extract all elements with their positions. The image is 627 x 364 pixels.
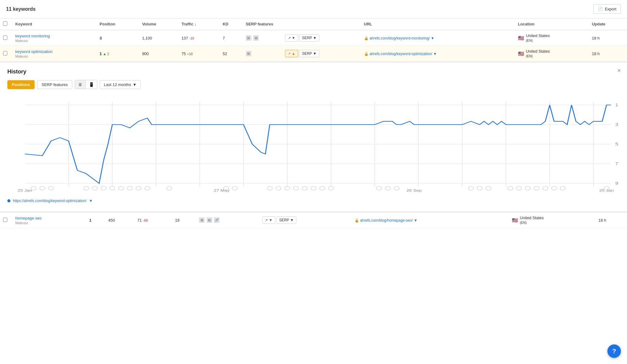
table-row-active: keyword optimization Mateusz 1 ▲ 2 900 7… (0, 46, 627, 62)
svg-point-31 (92, 186, 97, 190)
svg-point-40 (232, 186, 237, 190)
keyword-link-2[interactable]: keyword optimization (15, 49, 52, 54)
url-cell: 🔒 ahrefs.com/blog/keyword-monitoring/ ▼ (361, 30, 515, 46)
svg-point-35 (127, 186, 132, 190)
desktop-btn[interactable]: 🖥 (75, 80, 85, 89)
svg-point-59 (543, 186, 548, 190)
col-volume: Volume (139, 18, 178, 30)
dropdown-icon: ▼ (133, 82, 137, 87)
graph-btn-cell-bottom: ↗ ▼ SERP ▼ (259, 212, 351, 228)
url-cell-bottom: 🔒 ahrefs.com/blog/homepage-seo/ ▼ (351, 212, 509, 228)
svg-point-33 (110, 186, 115, 190)
url-link[interactable]: ahrefs.com/blog/keyword-monitoring/ (370, 36, 430, 40)
svg-point-46 (311, 186, 316, 190)
svg-point-43 (285, 186, 290, 190)
svg-text:1: 1 (615, 103, 618, 107)
date-range-button[interactable]: Last 12 months ▼ (100, 80, 141, 89)
graph-button-active[interactable]: ↗ ▲ (285, 50, 298, 57)
svg-point-51 (394, 186, 399, 190)
serp-icon-bottom-1: ▤ (199, 217, 205, 223)
traffic-value: 137 (182, 36, 188, 40)
serp-icon-bottom-3: 🔗 (214, 217, 220, 223)
serp-icon-bottom-2: ▤ (207, 217, 212, 223)
history-controls: Positions SERP features 🖥 📱 Last 12 mont… (7, 80, 620, 89)
close-button[interactable]: × (617, 67, 621, 73)
position-cell-2: 1 ▲ 2 (96, 46, 139, 62)
row-checkbox-bottom[interactable] (3, 218, 7, 222)
legend-dropdown[interactable]: ▼ (89, 199, 93, 203)
mobile-btn[interactable]: 📱 (85, 80, 97, 89)
svg-point-60 (551, 186, 557, 190)
serp-icons-cell-2: ▤ (243, 46, 282, 62)
col-location: Location (515, 18, 589, 30)
svg-point-44 (293, 186, 298, 190)
export-button[interactable]: 📄 Export (593, 4, 621, 14)
col-traffic: Traffic ↓ (178, 18, 220, 30)
keywords-table: Keyword Position Volume Traffic ↓ KD SER… (0, 18, 627, 62)
keyword-author-bottom: Mateusz (15, 221, 83, 225)
location-name: United States(EN) (526, 33, 550, 43)
traffic-cell-bottom: 71 -68 (134, 212, 172, 228)
update-cell: 18 h (589, 30, 627, 46)
traffic-change-2: +18 (187, 52, 193, 56)
svg-point-58 (534, 186, 539, 190)
keyword-link[interactable]: keyword monitoring (15, 34, 50, 38)
col-serp: SERP features (243, 18, 361, 30)
export-label: Export (605, 7, 616, 11)
svg-point-36 (136, 186, 141, 190)
legend-url[interactable]: https://ahrefs.com/blog/keyword-optimiza… (13, 199, 87, 203)
device-toggle: 🖥 📱 (75, 80, 97, 89)
svg-point-57 (525, 186, 530, 190)
position-value-2: 1 (99, 51, 102, 56)
col-update: Update (589, 18, 627, 30)
keyword-cell-2: keyword optimization Mateusz (12, 46, 96, 62)
position-value: 3 (99, 36, 102, 40)
keyword-cell-bottom: homepage seo Mateusz (12, 212, 86, 228)
history-panel: × History Positions SERP features 🖥 📱 La… (0, 62, 627, 212)
select-all-checkbox[interactable] (3, 21, 7, 26)
svg-point-55 (508, 186, 513, 190)
svg-text:7: 7 (615, 161, 618, 166)
keywords-count: 11 keywords (6, 6, 36, 12)
url-link-bottom[interactable]: ahrefs.com/blog/homepage-seo/ (360, 218, 413, 223)
table-header: 11 keywords 📄 Export (0, 0, 627, 18)
svg-point-28 (40, 186, 45, 190)
chart-svg: .grid-line { stroke: #e0e0e0; stroke-wid… (7, 95, 620, 193)
row-checkbox-2[interactable] (3, 51, 7, 55)
keyword-cell: keyword monitoring Mateusz (12, 30, 96, 46)
table-header-row: Keyword Position Volume Traffic ↓ KD SER… (0, 18, 627, 30)
url-link-2[interactable]: ahrefs.com/blog/keyword-optimization/ (370, 52, 432, 56)
svg-point-54 (486, 186, 491, 190)
help-button[interactable]: ? (607, 344, 621, 358)
serp-icon-3: ▤ (246, 51, 251, 56)
location-name-2: United States(EN) (526, 49, 550, 58)
table-row-bottom: homepage seo Mateusz 1 450 71 -68 19 ▤ ▤… (0, 212, 627, 228)
svg-point-29 (48, 186, 54, 190)
table-row: keyword monitoring Mateusz 3 1,100 137 -… (0, 30, 627, 46)
svg-point-38 (167, 186, 172, 190)
tab-positions[interactable]: Positions (7, 80, 35, 89)
serp-button-2[interactable]: SERP ▼ (299, 50, 319, 57)
graph-btn-cell: ↗ ▼ SERP ▼ (282, 30, 361, 46)
row-checkbox[interactable] (3, 36, 7, 40)
position-cell-bottom: 1 (86, 212, 105, 228)
svg-point-42 (276, 186, 281, 190)
graph-button-bottom[interactable]: ↗ ▼ (262, 216, 275, 224)
chart-legend: https://ahrefs.com/blog/keyword-optimiza… (7, 196, 620, 205)
serp-icons-cell: ▤ ▤ (243, 30, 282, 46)
serp-button[interactable]: SERP ▼ (299, 34, 319, 42)
tab-serp-features[interactable]: SERP features (37, 80, 73, 89)
keyword-link-bottom[interactable]: homepage seo (15, 216, 42, 220)
col-kd: KD (220, 18, 243, 30)
traffic-cell-2: 75 +18 (178, 46, 220, 62)
svg-point-32 (101, 186, 106, 190)
url-value-2: 🔒 ahrefs.com/blog/keyword-optimization/ … (364, 52, 437, 56)
svg-point-30 (84, 186, 89, 190)
location-cell: 🇺🇸 United States(EN) (515, 30, 589, 46)
svg-text:27 May: 27 May (214, 188, 230, 193)
col-url: URL (361, 18, 515, 30)
serp-button-bottom[interactable]: SERP ▼ (276, 216, 297, 224)
col-keyword: Keyword (12, 18, 96, 30)
url-value-bottom: 🔒 ahrefs.com/blog/homepage-seo/ ▼ (355, 218, 418, 223)
graph-button[interactable]: ↗ ▼ (285, 34, 298, 42)
